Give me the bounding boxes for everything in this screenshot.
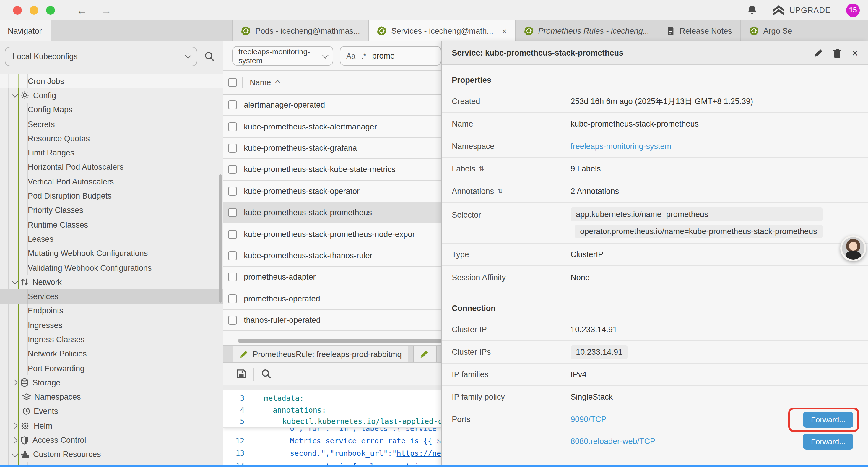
- match-case-toggle[interactable]: Aa: [346, 52, 355, 60]
- service-row[interactable]: kube-prometheus-stack-prometheus: [223, 202, 441, 224]
- sidebar-item-endpoints[interactable]: Endpoints: [0, 304, 222, 318]
- zoom-window-button[interactable]: [46, 6, 55, 14]
- sidebar-item-config-maps[interactable]: Config Maps: [0, 103, 222, 117]
- close-tab-icon[interactable]: ×: [502, 26, 507, 36]
- service-row[interactable]: prometheus-operated: [223, 288, 441, 310]
- row-checkbox[interactable]: [228, 187, 237, 196]
- notifications-count-badge[interactable]: 15: [846, 3, 860, 17]
- sidebar-item-services[interactable]: Services: [0, 289, 222, 304]
- forward-port-button[interactable]: Forward...: [803, 433, 853, 449]
- chevron-right-icon[interactable]: [11, 379, 18, 386]
- select-all-checkbox[interactable]: [228, 78, 237, 87]
- service-row[interactable]: prometheus-adapter: [223, 267, 441, 288]
- close-details-button[interactable]: ×: [852, 48, 858, 58]
- yaml-editor[interactable]: 3metadata: 4annotations: 5kubectl.kubern…: [223, 390, 441, 467]
- tab-release[interactable]: Release Notes: [658, 20, 741, 41]
- service-row[interactable]: kube-prometheus-stack-kube-state-metrics: [223, 159, 441, 181]
- horizontal-scrollbar[interactable]: [238, 339, 441, 343]
- port-link[interactable]: 8080:reloader-web/TCP: [570, 437, 655, 446]
- code-lines: 12Metrics service error rate is {{ $va 1…: [223, 434, 441, 467]
- save-button[interactable]: [236, 369, 246, 379]
- regex-toggle[interactable]: .*: [361, 52, 366, 60]
- service-row[interactable]: kube-prometheus-stack-operator: [223, 181, 441, 202]
- tab-argo[interactable]: Argo Se: [741, 20, 801, 41]
- name-column-header[interactable]: Name: [250, 78, 271, 87]
- sidebar-item-config[interactable]: Config: [0, 88, 222, 103]
- sidebar-item-priority-classes[interactable]: Priority Classes: [0, 203, 222, 217]
- sidebar-scrollbar[interactable]: [218, 174, 222, 303]
- namespace-selector[interactable]: freeleaps-monitoring-system: [232, 46, 333, 66]
- editor-tab-prometheusrule[interactable]: PrometheusRule: freeleaps-prod-rabbitmq: [232, 346, 408, 362]
- sidebar-item-validating-webhook-configurations[interactable]: Validating Webhook Configurations: [0, 261, 222, 275]
- row-checkbox[interactable]: [228, 230, 237, 238]
- forward-button[interactable]: →: [100, 4, 112, 16]
- sidebar-item-cron-jobs[interactable]: Cron Jobs: [0, 74, 222, 88]
- service-row[interactable]: alertmanager-operated: [223, 95, 441, 116]
- minimize-window-button[interactable]: [30, 6, 38, 14]
- row-checkbox[interactable]: [228, 251, 237, 260]
- sidebar-item-helm[interactable]: Helm: [0, 418, 222, 433]
- sidebar-item-port-forwarding[interactable]: Port Forwarding: [0, 361, 222, 376]
- sidebar-item-vertical-pod-autoscalers[interactable]: Vertical Pod Autoscalers: [0, 174, 222, 189]
- upgrade-button[interactable]: UPGRADE: [773, 5, 831, 15]
- service-row[interactable]: kube-prometheus-stack-thanos-ruler: [223, 245, 441, 267]
- sidebar-item-storage[interactable]: Storage: [0, 375, 222, 390]
- sidebar-item-events[interactable]: Events: [0, 404, 222, 419]
- row-checkbox[interactable]: [228, 122, 237, 131]
- sidebar-item-custom-resources[interactable]: Custom Resources: [0, 447, 222, 462]
- sidebar-search-button[interactable]: [205, 51, 215, 61]
- editor-search-button[interactable]: [261, 369, 271, 379]
- row-checkbox[interactable]: [228, 100, 237, 109]
- row-checkbox[interactable]: [228, 273, 237, 282]
- sidebar-item-ingresses[interactable]: Ingresses: [0, 318, 222, 332]
- sidebar-item-ingress-classes[interactable]: Ingress Classes: [0, 332, 222, 347]
- row-checkbox[interactable]: [228, 316, 237, 324]
- namespace-link[interactable]: freeleaps-monitoring-system: [570, 142, 671, 151]
- sidebar-item-access-control[interactable]: Access Control: [0, 433, 222, 447]
- editor-tab-partial[interactable]: [413, 346, 437, 362]
- row-checkbox[interactable]: [228, 165, 237, 174]
- notifications-bell-button[interactable]: [747, 4, 757, 16]
- service-row[interactable]: kube-prometheus-stack-alertmanager: [223, 116, 441, 138]
- sidebar-item-horizontal-pod-autoscalers[interactable]: Horizontal Pod Autoscalers: [0, 160, 222, 175]
- row-checkbox[interactable]: [228, 144, 237, 152]
- port-link[interactable]: 9090/TCP: [570, 415, 607, 424]
- sort-toggle-icon[interactable]: ⇅: [498, 187, 503, 195]
- sidebar-item-network[interactable]: Network: [0, 275, 222, 289]
- network-updown-icon: [21, 278, 28, 286]
- tab-pods[interactable]: Pods - icecheng@mathmas...: [232, 20, 369, 41]
- chevron-down-icon[interactable]: [12, 91, 19, 98]
- sidebar-item-pod-disruption-budgets[interactable]: Pod Disruption Budgets: [0, 189, 222, 203]
- chevron-down-icon[interactable]: [12, 278, 19, 285]
- service-row[interactable]: kube-prometheus-stack-prometheus-node-ex…: [223, 224, 441, 245]
- sidebar-item-leases[interactable]: Leases: [0, 232, 222, 246]
- edit-button[interactable]: [814, 48, 824, 58]
- row-checkbox[interactable]: [228, 294, 237, 303]
- chevron-right-icon[interactable]: [11, 422, 18, 429]
- tab-navigator[interactable]: Navigator: [0, 20, 52, 41]
- sort-asc-icon[interactable]: ^: [275, 78, 280, 87]
- sidebar-item-secrets[interactable]: Secrets: [0, 117, 222, 132]
- row-checkbox[interactable]: [228, 208, 237, 217]
- kubeconfig-selector[interactable]: Local Kubeconfigs: [5, 47, 197, 66]
- sidebar-item-runtime-classes[interactable]: Runtime Classes: [0, 217, 222, 232]
- name-filter-input[interactable]: Aa .* prome: [340, 46, 441, 66]
- chevron-right-icon[interactable]: [11, 437, 18, 444]
- runbook-url-link[interactable]: https://net: [397, 449, 441, 458]
- service-row[interactable]: kube-prometheus-stack-grafana: [223, 138, 441, 159]
- sidebar-item-network-policies[interactable]: Network Policies: [0, 347, 222, 361]
- forward-port-button[interactable]: Forward...: [803, 411, 853, 428]
- sort-toggle-icon[interactable]: ⇅: [479, 165, 484, 173]
- delete-button[interactable]: [833, 48, 842, 58]
- user-avatar[interactable]: [840, 235, 866, 261]
- chevron-down-icon[interactable]: [12, 450, 19, 457]
- service-row[interactable]: thanos-ruler-operated: [223, 310, 441, 331]
- back-button[interactable]: ←: [76, 4, 88, 16]
- tab-services[interactable]: Services - icecheng@math...×: [369, 20, 516, 41]
- sidebar-item-mutating-webhook-configurations[interactable]: Mutating Webhook Configurations: [0, 246, 222, 261]
- sidebar-item-limit-ranges[interactable]: Limit Ranges: [0, 146, 222, 160]
- tab-prometheus[interactable]: Prometheus Rules - icecheng...: [516, 20, 658, 41]
- sidebar-item-resource-quotas[interactable]: Resource Quotas: [0, 131, 222, 146]
- close-window-button[interactable]: [13, 6, 22, 14]
- sidebar-item-namespaces[interactable]: Namespaces: [0, 390, 222, 404]
